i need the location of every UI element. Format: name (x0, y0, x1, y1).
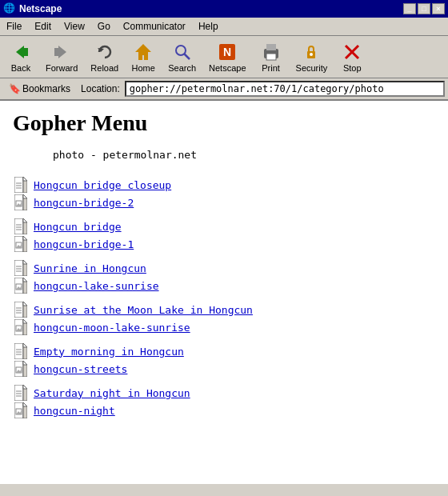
back-label: Back (11, 63, 30, 73)
svg-rect-1 (24, 48, 28, 56)
window-controls: _ □ × (403, 3, 445, 14)
svg-marker-19 (23, 177, 27, 181)
forward-icon (50, 41, 73, 63)
maximize-button[interactable]: □ (418, 3, 430, 14)
search-icon (171, 41, 194, 63)
svg-rect-28 (14, 218, 23, 234)
document-icon (13, 260, 29, 276)
list-item: hongcun-lake-sunrise (13, 278, 435, 294)
svg-rect-17 (14, 177, 23, 193)
svg-point-14 (310, 53, 313, 56)
svg-rect-12 (266, 54, 276, 60)
home-button[interactable]: Home (126, 38, 161, 75)
gopher-link[interactable]: Empty morning in Hongcun (34, 346, 184, 358)
gopher-link[interactable]: hongcun-streets (34, 363, 127, 375)
menu-edit[interactable]: Edit (28, 19, 58, 34)
item-spacer (13, 212, 435, 218)
netscape-button[interactable]: N Netscape (203, 38, 251, 75)
list-item: Hongcun bridge (13, 218, 435, 234)
svg-text:N: N (223, 46, 231, 58)
svg-rect-61 (14, 343, 23, 359)
menu-communicator[interactable]: Communicator (117, 19, 192, 34)
gopher-link[interactable]: Sunrise at the Moon Lake in Hongcun (34, 304, 253, 316)
svg-marker-2 (58, 46, 66, 58)
list-item: Sunrise at the Moon Lake in Hongcun (13, 302, 435, 318)
svg-marker-30 (23, 218, 27, 222)
gopher-link[interactable]: hongcun-lake-sunrise (34, 280, 159, 292)
svg-marker-25 (23, 194, 27, 198)
document-icon (13, 218, 29, 234)
forward-label: Forward (46, 63, 78, 73)
print-icon (260, 41, 282, 63)
bookmarks-button[interactable]: 🔖 Bookmarks (3, 82, 76, 96)
svg-marker-5 (135, 44, 151, 60)
svg-rect-11 (266, 44, 276, 50)
print-button[interactable]: Print (254, 38, 289, 75)
document-icon (13, 302, 29, 318)
gopher-items-list: Hongcun bridge closeup hongcun-bridge-2 … (13, 177, 435, 418)
menu-go[interactable]: Go (91, 19, 117, 34)
image-icon (13, 361, 29, 377)
minimize-button[interactable]: _ (403, 3, 416, 14)
menu-file[interactable]: File (0, 19, 28, 34)
list-item: hongcun-night (13, 402, 435, 418)
svg-marker-74 (23, 385, 27, 389)
url-input[interactable] (125, 81, 445, 97)
list-item: Hongcun bridge closeup (13, 177, 435, 193)
menu-help[interactable]: Help (192, 19, 225, 34)
list-item: Empty morning in Hongcun (13, 343, 435, 359)
list-item: hongcun-bridge-1 (13, 236, 435, 252)
list-item: hongcun-bridge-2 (13, 194, 435, 210)
image-icon (13, 194, 29, 210)
app-icon: 🌐 (3, 2, 16, 15)
svg-marker-36 (23, 236, 27, 240)
svg-rect-50 (14, 302, 23, 318)
stop-icon (341, 41, 363, 63)
svg-marker-80 (23, 402, 27, 406)
close-button[interactable]: × (432, 3, 445, 14)
gopher-link[interactable]: hongcun-bridge-2 (34, 197, 134, 209)
gopher-link[interactable]: hongcun-night (34, 405, 115, 417)
svg-marker-63 (23, 343, 27, 347)
list-item: Saturday night in Hongcun (13, 385, 435, 401)
reload-label: Reload (90, 63, 118, 73)
gopher-link[interactable]: Sunrine in Hongcun (34, 262, 146, 274)
gopher-link[interactable]: hongcun-bridge-1 (34, 238, 134, 250)
bookmarks-icon: 🔖 (9, 83, 21, 94)
location-bar: 🔖 Bookmarks Location: (0, 78, 448, 100)
reload-icon (94, 41, 116, 63)
document-icon (13, 343, 29, 359)
bookmarks-label: Bookmarks (22, 83, 70, 94)
reload-button[interactable]: Reload (85, 38, 124, 75)
image-icon (13, 278, 29, 294)
svg-marker-52 (23, 302, 27, 306)
gopher-link[interactable]: hongcun-moon-lake-sunrise (34, 322, 190, 334)
search-label: Search (168, 63, 196, 73)
forward-button[interactable]: Forward (40, 38, 83, 75)
menu-view[interactable]: View (58, 19, 91, 34)
security-icon (300, 41, 322, 63)
content-area: Gopher Menu photo - petermolnar.net Hong… (0, 100, 448, 484)
gopher-link[interactable]: Hongcun bridge (34, 221, 122, 233)
back-icon (10, 41, 32, 63)
svg-marker-41 (23, 260, 27, 264)
svg-rect-72 (14, 385, 23, 401)
title-bar: 🌐 Netscape _ □ × (0, 0, 448, 18)
home-icon (132, 41, 154, 63)
list-item: hongcun-streets (13, 361, 435, 377)
svg-rect-3 (54, 48, 58, 56)
stop-button[interactable]: Stop (334, 38, 370, 75)
search-button[interactable]: Search (162, 38, 202, 75)
home-label: Home (132, 63, 155, 73)
svg-marker-0 (16, 46, 24, 58)
netscape-label: Netscape (209, 63, 246, 73)
title-bar-text: Netscape (19, 3, 62, 14)
svg-marker-69 (23, 361, 27, 365)
back-button[interactable]: Back (3, 38, 38, 75)
security-button[interactable]: Security (290, 38, 334, 75)
image-icon (13, 236, 29, 252)
gopher-link[interactable]: Saturday night in Hongcun (34, 387, 190, 399)
gopher-link[interactable]: Hongcun bridge closeup (34, 179, 171, 191)
list-item: hongcun-moon-lake-sunrise (13, 319, 435, 335)
netscape-icon: N (216, 41, 238, 63)
